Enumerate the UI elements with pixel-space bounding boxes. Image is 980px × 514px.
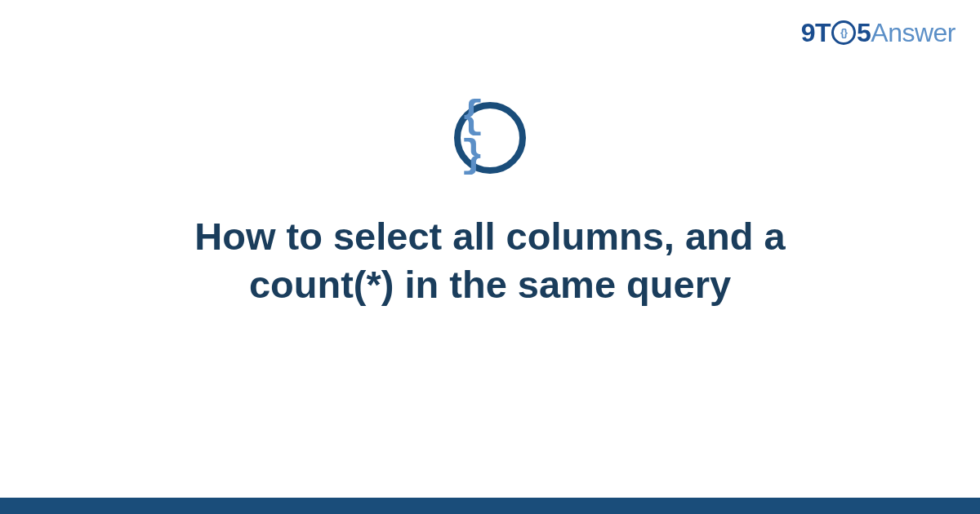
logo-part-9t: 9T (801, 18, 831, 48)
footer-bar (0, 498, 980, 514)
logo-circle-icon: {} (831, 20, 856, 45)
logo-circle-inner: {} (840, 26, 847, 38)
question-title: How to select all columns, and a count(*… (98, 213, 882, 309)
site-logo: 9T {} 5 Answer (801, 18, 956, 48)
topic-icon-circle: { } (454, 102, 526, 174)
code-braces-icon: { } (461, 97, 519, 175)
logo-part-5: 5 (857, 18, 871, 48)
main-content: { } How to select all columns, and a cou… (0, 102, 980, 309)
logo-part-answer: Answer (871, 18, 956, 48)
